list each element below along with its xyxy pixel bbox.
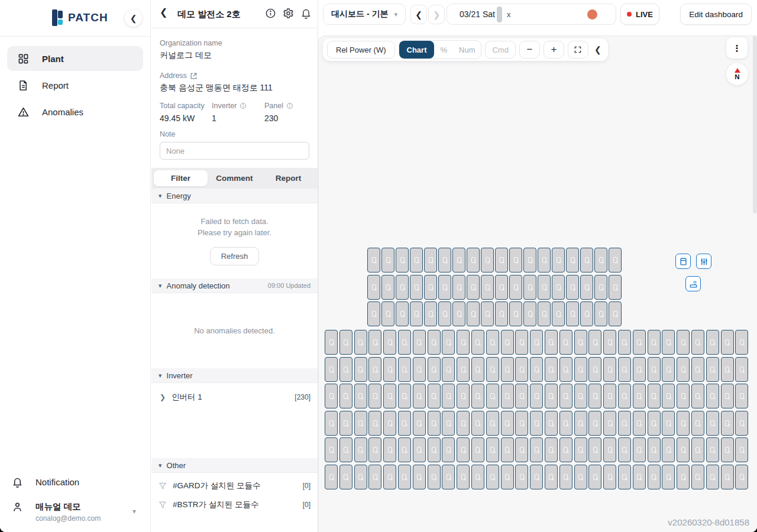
solar-panel[interactable]	[677, 465, 690, 489]
solar-panel[interactable]	[530, 465, 543, 489]
section-energy-header[interactable]: ▾ Energy	[151, 189, 318, 203]
solar-panel[interactable]	[495, 248, 508, 273]
solar-panel[interactable]	[381, 248, 394, 273]
metric-select-button[interactable]: Rel Power (W)	[327, 41, 395, 59]
solar-panel[interactable]	[354, 357, 367, 382]
solar-panel[interactable]	[648, 357, 661, 382]
solar-panel[interactable]	[691, 330, 704, 355]
info-icon[interactable]	[286, 102, 293, 109]
solar-panel[interactable]	[452, 275, 465, 300]
solar-panel[interactable]	[618, 357, 631, 382]
solar-panel[interactable]	[398, 411, 411, 436]
solar-panel[interactable]	[325, 330, 338, 355]
solar-panel[interactable]	[538, 248, 551, 273]
solar-panel[interactable]	[515, 411, 528, 436]
solar-panel[interactable]	[648, 437, 661, 462]
solar-panel[interactable]	[662, 465, 675, 489]
solar-panel[interactable]	[457, 437, 470, 462]
solar-panel[interactable]	[368, 465, 381, 489]
solar-panel[interactable]	[515, 437, 528, 462]
solar-panel[interactable]	[354, 411, 367, 436]
sidebar-item-plant[interactable]: Plant	[7, 46, 143, 71]
date-prev-button[interactable]: ❮	[410, 5, 427, 24]
solar-panel[interactable]	[383, 330, 396, 355]
solar-panel[interactable]	[495, 301, 508, 326]
solar-panel[interactable]	[588, 330, 601, 355]
solar-panel[interactable]	[442, 384, 455, 408]
solar-panel[interactable]	[538, 301, 551, 326]
alerts-button[interactable]	[300, 8, 312, 19]
live-button[interactable]: LIVE	[620, 4, 659, 25]
date-timeline[interactable]: 03/21 Sat x	[447, 4, 616, 25]
solar-panel[interactable]	[410, 248, 423, 273]
solar-panel[interactable]	[530, 357, 543, 382]
solar-panel[interactable]	[721, 437, 734, 462]
info-icon-button[interactable]	[265, 8, 276, 19]
solar-panel[interactable]	[523, 275, 536, 300]
sidebar-item-report[interactable]: Report	[7, 73, 143, 98]
solar-panel[interactable]	[603, 437, 616, 462]
solar-panel[interactable]	[501, 357, 514, 382]
solar-panel[interactable]	[574, 437, 587, 462]
info-icon[interactable]	[240, 102, 247, 109]
solar-panel[interactable]	[428, 437, 441, 462]
solar-panel[interactable]	[457, 465, 470, 489]
solar-panel[interactable]	[383, 411, 396, 436]
tab-comment[interactable]: Comment	[208, 170, 261, 186]
solar-panel[interactable]	[471, 357, 484, 382]
solar-panel[interactable]	[410, 301, 423, 326]
solar-panel[interactable]	[383, 357, 396, 382]
timeline-slider-handle[interactable]	[497, 7, 502, 22]
zoom-in-button[interactable]: +	[544, 41, 564, 59]
solar-panel[interactable]	[566, 248, 579, 273]
solar-panel[interactable]	[325, 465, 338, 489]
solar-panel[interactable]	[428, 411, 441, 436]
solar-panel[interactable]	[398, 330, 411, 355]
solar-panel[interactable]	[530, 411, 543, 436]
solar-panel[interactable]	[706, 411, 719, 436]
solar-panel[interactable]	[574, 330, 587, 355]
edit-dashboard-button[interactable]: Edit dashboard	[680, 4, 752, 25]
solar-panel[interactable]	[677, 411, 690, 436]
solar-panel[interactable]	[552, 248, 565, 273]
solar-panel[interactable]	[603, 330, 616, 355]
solar-panel[interactable]	[428, 330, 441, 355]
solar-panel[interactable]	[368, 384, 381, 408]
section-anomaly-header[interactable]: ▾ Anomaly detection 09:00 Updated	[151, 278, 318, 293]
solar-panel[interactable]	[721, 330, 734, 355]
solar-panel[interactable]	[410, 275, 423, 300]
solar-panel[interactable]	[574, 357, 587, 382]
solar-panel[interactable]	[398, 357, 411, 382]
solar-panel[interactable]	[486, 411, 499, 436]
solar-panel[interactable]	[452, 248, 465, 273]
solar-panel[interactable]	[467, 248, 480, 273]
solar-panel[interactable]	[457, 330, 470, 355]
solar-panel[interactable]	[538, 275, 551, 300]
solar-panel[interactable]	[452, 301, 465, 326]
solar-panel[interactable]	[413, 357, 426, 382]
solar-panel[interactable]	[721, 384, 734, 408]
solar-panel[interactable]	[368, 330, 381, 355]
solar-panel[interactable]	[633, 357, 646, 382]
solar-panel[interactable]	[588, 411, 601, 436]
solar-panel[interactable]	[471, 384, 484, 408]
solar-panel[interactable]	[545, 357, 558, 382]
solar-panel[interactable]	[574, 411, 587, 436]
solar-panel[interactable]	[501, 437, 514, 462]
solar-panel[interactable]	[515, 357, 528, 382]
solar-panel[interactable]	[552, 275, 565, 300]
solar-panel[interactable]	[339, 465, 352, 489]
section-other-header[interactable]: ▾ Other	[151, 458, 318, 473]
sidebar-collapse-button[interactable]: ❮	[125, 9, 142, 27]
refresh-button[interactable]: Refresh	[210, 247, 260, 265]
solar-panel[interactable]	[325, 437, 338, 462]
solar-panel[interactable]	[339, 357, 352, 382]
solar-panel[interactable]	[501, 411, 514, 436]
solar-panel[interactable]	[545, 330, 558, 355]
solar-panel[interactable]	[609, 301, 622, 326]
solar-panel[interactable]	[580, 275, 593, 300]
section-inverter-header[interactable]: ▾ Inverter	[151, 368, 318, 383]
user-menu[interactable]: 매뉴얼 데모 conalog@demo.com ▾	[12, 501, 138, 523]
solar-panel[interactable]	[383, 437, 396, 462]
more-options-button[interactable]: ⋮	[726, 37, 748, 59]
